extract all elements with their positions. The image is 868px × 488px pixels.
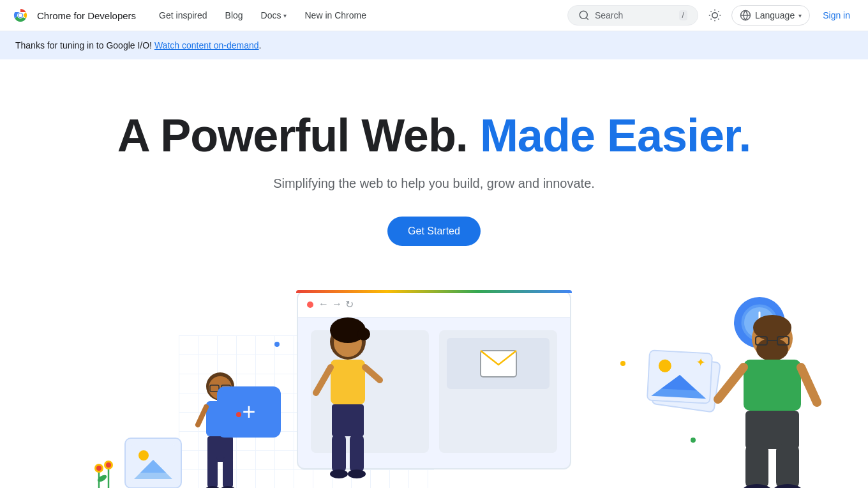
search-shortcut-badge: / bbox=[679, 10, 687, 20]
language-label: Language bbox=[755, 10, 795, 20]
photo-stack-image-icon: ✦ bbox=[648, 351, 712, 403]
svg-rect-67 bbox=[207, 457, 218, 488]
svg-rect-39 bbox=[332, 404, 364, 436]
browser-close-dot bbox=[307, 301, 313, 308]
hero-title-part1: A Powerful Web. bbox=[117, 110, 480, 161]
svg-rect-53 bbox=[745, 411, 799, 449]
svg-rect-36 bbox=[331, 360, 365, 404]
nav-item-new-in-chrome[interactable]: New in Chrome bbox=[297, 5, 373, 26]
photo-icon bbox=[131, 444, 176, 482]
get-started-button[interactable]: Get Started bbox=[387, 217, 481, 246]
sun-icon bbox=[708, 9, 721, 22]
man-character-icon bbox=[708, 303, 836, 488]
svg-line-51 bbox=[718, 367, 744, 399]
sign-in-button[interactable]: Sign in bbox=[815, 5, 858, 26]
theme-toggle-button[interactable] bbox=[703, 4, 726, 27]
dot-green bbox=[691, 438, 696, 443]
globe-icon bbox=[740, 10, 751, 21]
browser-refresh-icon: ↻ bbox=[345, 298, 354, 310]
docs-dropdown-chevron-icon: ▾ bbox=[283, 12, 287, 19]
svg-line-13 bbox=[710, 19, 711, 19]
language-chevron-icon: ▾ bbox=[798, 12, 802, 19]
browser-panel-right bbox=[439, 330, 557, 453]
svg-point-24 bbox=[138, 450, 149, 461]
svg-line-14 bbox=[718, 11, 719, 12]
hero-section: A Powerful Web. Made Easier. Simplifying… bbox=[0, 59, 868, 246]
svg-line-52 bbox=[801, 367, 817, 402]
chrome-logo-icon bbox=[10, 5, 31, 26]
main-nav: Get inspired Blog Docs ▾ New in Chrome bbox=[151, 5, 567, 26]
browser-nav-buttons: ← → ↻ bbox=[318, 298, 354, 310]
search-label: Search bbox=[595, 10, 674, 20]
svg-point-3 bbox=[19, 13, 22, 17]
svg-point-35 bbox=[357, 328, 370, 340]
hero-illustration: ← → ↻ bbox=[0, 284, 868, 488]
character-woman bbox=[313, 310, 383, 488]
svg-rect-54 bbox=[745, 444, 768, 488]
banner-link[interactable]: Watch content on-demand bbox=[154, 40, 259, 50]
nav-item-blog[interactable]: Blog bbox=[218, 5, 251, 26]
dot-yellow bbox=[620, 361, 625, 366]
flower-icon bbox=[89, 454, 121, 488]
svg-text:✦: ✦ bbox=[696, 356, 706, 369]
header-right-section: Search / Language bbox=[567, 4, 858, 27]
search-bar[interactable]: Search / bbox=[567, 5, 698, 26]
browser-tab-color-line bbox=[296, 290, 572, 293]
logo-link[interactable]: Chrome for Developers bbox=[10, 5, 136, 26]
svg-rect-40 bbox=[332, 434, 346, 473]
svg-point-6 bbox=[712, 13, 717, 18]
hero-title: A Powerful Web. Made Easier. bbox=[15, 111, 853, 161]
announcement-banner: Thanks for tuning in to Google I/O! Watc… bbox=[0, 31, 868, 59]
envelope-icon bbox=[479, 349, 518, 378]
logo-text: Chrome for Developers bbox=[37, 10, 136, 21]
plus-card-element: + bbox=[217, 386, 281, 438]
svg-line-37 bbox=[316, 367, 331, 393]
search-icon bbox=[578, 10, 590, 21]
svg-point-45 bbox=[756, 338, 788, 361]
language-button[interactable]: Language ▾ bbox=[731, 5, 810, 26]
svg-rect-55 bbox=[776, 444, 799, 488]
browser-panel-inner bbox=[447, 338, 550, 389]
svg-rect-68 bbox=[223, 457, 233, 488]
character-man bbox=[708, 303, 836, 488]
photo-stack-middle: ✦ bbox=[647, 350, 713, 404]
svg-point-4 bbox=[580, 11, 587, 19]
svg-line-38 bbox=[365, 367, 380, 380]
svg-line-9 bbox=[710, 11, 711, 12]
nav-item-docs[interactable]: Docs ▾ bbox=[253, 5, 295, 26]
svg-rect-50 bbox=[744, 360, 801, 411]
svg-point-42 bbox=[330, 469, 348, 478]
photo-card-left bbox=[124, 438, 182, 488]
svg-point-75 bbox=[96, 466, 101, 471]
browser-forward-icon: → bbox=[332, 298, 342, 310]
svg-line-5 bbox=[586, 17, 588, 19]
flower-decoration bbox=[89, 454, 121, 488]
banner-text-suffix: . bbox=[259, 40, 262, 50]
hero-subtitle: Simplifying the web to help you build, g… bbox=[15, 176, 853, 191]
svg-rect-41 bbox=[350, 434, 364, 473]
banner-text-prefix: Thanks for tuning in to Google I/O! bbox=[15, 40, 154, 50]
svg-point-77 bbox=[106, 462, 111, 468]
site-header: Chrome for Developers Get inspired Blog … bbox=[0, 0, 868, 31]
svg-line-10 bbox=[718, 19, 719, 19]
svg-line-64 bbox=[198, 407, 206, 425]
plus-icon: + bbox=[242, 399, 255, 425]
woman-character-icon bbox=[313, 310, 383, 488]
nav-item-get-inspired[interactable]: Get inspired bbox=[151, 5, 214, 26]
svg-point-43 bbox=[348, 469, 366, 478]
browser-back-icon: ← bbox=[318, 298, 329, 310]
hero-title-part2: Made Easier. bbox=[480, 110, 751, 161]
